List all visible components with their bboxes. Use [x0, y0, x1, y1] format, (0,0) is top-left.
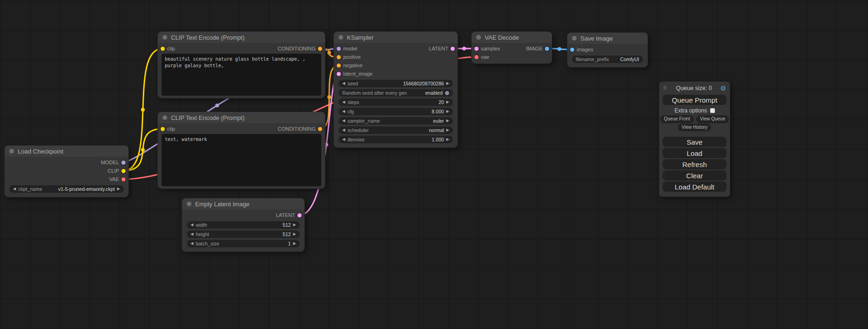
output-label-model: MODEL — [101, 160, 119, 165]
widget-batch-size[interactable]: ◀ batch_size 1 ▶ — [187, 240, 300, 247]
collapse-dot-icon[interactable] — [162, 35, 167, 40]
node-titlebar[interactable]: Save Image — [567, 33, 648, 44]
clear-button[interactable]: Clear — [663, 170, 727, 181]
settings-gear-icon[interactable]: ⚙ — [720, 84, 726, 92]
view-queue-button[interactable]: View Queue — [696, 115, 729, 123]
output-label-clip: CLIP — [108, 168, 119, 174]
node-title-text: CLIP Text Encode (Prompt) — [171, 34, 245, 41]
input-port-model[interactable] — [337, 47, 341, 51]
decrement-icon[interactable]: ◀ — [191, 223, 193, 227]
node-title-text: Save Image — [580, 35, 613, 42]
decrement-icon[interactable]: ◀ — [342, 128, 345, 132]
input-port-negative[interactable] — [337, 63, 341, 68]
output-port-vae[interactable] — [121, 177, 126, 182]
node-clip-text-encode-negative[interactable]: CLIP Text Encode (Prompt) clip CONDITION… — [158, 112, 325, 189]
node-load-checkpoint[interactable]: Load Checkpoint MODEL CLIP VAE — [5, 146, 128, 197]
output-port-conditioning[interactable] — [318, 127, 322, 131]
output-port-model[interactable] — [121, 161, 126, 165]
node-empty-latent-image[interactable]: Empty Latent Image LATENT ◀ width 512 ▶ … — [182, 198, 304, 252]
prompt-textarea[interactable]: beautiful scenery nature glass bottle la… — [162, 54, 321, 96]
widget-seed[interactable]: ◀ seed 156680208700286 ▶ — [339, 80, 453, 87]
load-default-button[interactable]: Load Default — [663, 182, 727, 192]
output-label-latent: LATENT — [429, 46, 448, 51]
collapse-dot-icon[interactable] — [187, 202, 191, 206]
input-port-images[interactable] — [570, 48, 574, 52]
decrement-icon[interactable]: ◀ — [342, 138, 345, 141]
node-titlebar[interactable]: CLIP Text Encode (Prompt) — [158, 32, 325, 43]
output-port-image[interactable] — [545, 47, 549, 51]
increment-icon[interactable]: ▶ — [446, 138, 449, 141]
output-port-latent[interactable] — [451, 47, 455, 51]
refresh-button[interactable]: Refresh — [663, 159, 727, 169]
collapse-dot-icon[interactable] — [572, 36, 577, 41]
widget-height[interactable]: ◀ height 512 ▶ — [187, 231, 300, 238]
node-titlebar[interactable]: Load Checkpoint — [5, 146, 128, 157]
output-label-latent: LATENT — [276, 212, 295, 218]
node-save-image[interactable]: Save Image images filename_prefix ComfyU… — [567, 33, 648, 67]
widget-value: 1.000 — [432, 137, 444, 142]
increment-icon[interactable]: ▶ — [293, 232, 296, 236]
node-vae-decode[interactable]: VAE Decode samples IMAGE vae — [472, 32, 552, 63]
collapse-dot-icon[interactable] — [476, 35, 481, 40]
view-history-button[interactable]: View History — [678, 124, 711, 132]
decrement-icon[interactable]: ◀ — [13, 187, 16, 191]
node-clip-text-encode-positive[interactable]: CLIP Text Encode (Prompt) clip CONDITION… — [158, 32, 325, 98]
increment-icon[interactable]: ▶ — [446, 119, 449, 123]
increment-icon[interactable]: ▶ — [293, 223, 296, 227]
widget-width[interactable]: ◀ width 512 ▶ — [187, 221, 300, 229]
input-label-vae: vae — [481, 54, 489, 60]
node-titlebar[interactable]: VAE Decode — [472, 32, 552, 43]
collapse-dot-icon[interactable] — [9, 149, 14, 154]
decrement-icon[interactable]: ◀ — [191, 242, 193, 245]
output-port-conditioning[interactable] — [318, 47, 322, 51]
increment-icon[interactable]: ▶ — [446, 82, 449, 85]
decrement-icon[interactable]: ◀ — [342, 119, 345, 123]
decrement-icon[interactable]: ◀ — [191, 232, 193, 236]
output-port-latent[interactable] — [297, 213, 302, 217]
toggle-dot[interactable] — [445, 91, 449, 95]
widget-cfg[interactable]: ◀ cfg 8.000 ▶ — [339, 108, 453, 115]
input-port-latent-image[interactable] — [337, 72, 341, 76]
queue-front-button[interactable]: Queue Front — [660, 115, 694, 123]
widget-scheduler[interactable]: ◀ scheduler normal ▶ — [339, 126, 453, 134]
node-titlebar[interactable]: CLIP Text Encode (Prompt) — [158, 112, 325, 123]
increment-icon[interactable]: ▶ — [117, 187, 120, 191]
decrement-icon[interactable]: ◀ — [342, 110, 345, 113]
widget-label: steps — [347, 99, 359, 105]
decrement-icon[interactable]: ◀ — [342, 100, 345, 104]
widget-sampler-name[interactable]: ◀ sampler_name euler ▶ — [339, 117, 453, 125]
increment-icon[interactable]: ▶ — [446, 128, 449, 132]
node-ksampler[interactable]: KSampler model LATENT positive — [334, 32, 458, 147]
increment-icon[interactable]: ▶ — [293, 242, 296, 245]
prompt-textarea[interactable]: text, watermark — [162, 134, 321, 186]
collapse-dot-icon[interactable] — [339, 35, 343, 40]
collapse-dot-icon[interactable] — [162, 115, 167, 120]
load-button[interactable]: Load — [663, 148, 727, 158]
widget-denoise[interactable]: ◀ denoise 1.000 ▶ — [339, 136, 453, 143]
node-titlebar[interactable]: Empty Latent Image — [182, 198, 304, 210]
widget-filename-prefix[interactable]: filename_prefix ComfyUI — [572, 56, 643, 63]
widget-control-after-generate[interactable]: Random seed after every gen enabled — [339, 89, 453, 97]
drag-handle-icon[interactable]: ⠿ — [663, 85, 667, 91]
input-port-positive[interactable] — [337, 55, 341, 59]
input-port-clip[interactable] — [161, 47, 165, 51]
widget-label: cfg — [347, 109, 354, 114]
widget-value: enabled — [425, 90, 443, 96]
decrement-icon[interactable]: ◀ — [342, 82, 345, 85]
widget-value: 8.000 — [432, 109, 444, 114]
output-port-clip[interactable] — [121, 169, 126, 173]
graph-canvas[interactable]: Load Checkpoint MODEL CLIP VAE — [0, 0, 868, 329]
widget-steps[interactable]: ◀ steps 20 ▶ — [339, 98, 453, 106]
extra-options-checkbox[interactable] — [710, 108, 715, 113]
input-label-clip: clip — [167, 126, 175, 132]
input-port-vae[interactable] — [474, 55, 479, 59]
input-port-clip[interactable] — [161, 127, 165, 131]
widget-ckpt-name[interactable]: ◀ ckpt_name v1-5-pruned-emaonly.ckpt ▶ — [9, 185, 124, 193]
input-label-images: images — [577, 47, 593, 52]
queue-prompt-button[interactable]: Queue Prompt — [663, 95, 727, 105]
save-button[interactable]: Save — [663, 137, 727, 147]
increment-icon[interactable]: ▶ — [446, 110, 449, 113]
increment-icon[interactable]: ▶ — [446, 100, 449, 104]
input-port-samples[interactable] — [474, 47, 479, 51]
node-titlebar[interactable]: KSampler — [334, 32, 458, 43]
